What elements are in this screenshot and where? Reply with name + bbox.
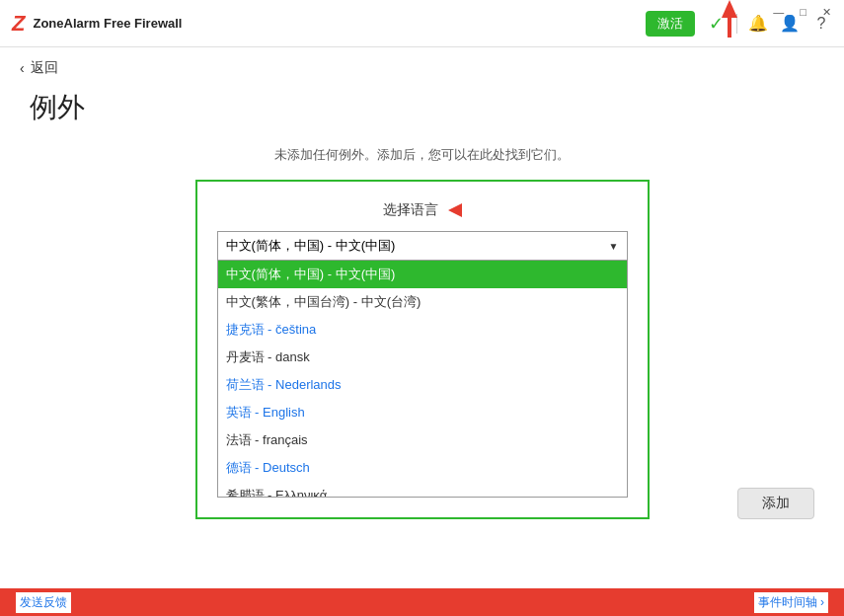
add-button-container: 添加 <box>737 488 814 519</box>
language-option-8[interactable]: 希腊语 - Ελληνικά <box>218 482 627 498</box>
feedback-link[interactable]: 发送反馈 <box>16 592 71 613</box>
title-bar: Z ZoneAlarm Free Firewall 激活 ✓ 🔔 👤 ? — □… <box>0 0 844 47</box>
language-selector-label: 选择语言 <box>217 201 628 219</box>
back-arrow-icon: ‹ <box>20 60 25 76</box>
language-option-0[interactable]: 中文(简体，中国) - 中文(中国) <box>218 261 627 288</box>
dropdown-arrow-icon: ▼ <box>609 241 619 252</box>
arrow-shaft <box>728 18 731 38</box>
label-text: 选择语言 <box>383 201 438 219</box>
timeline-link[interactable]: 事件时间轴 › <box>754 592 828 613</box>
language-option-2[interactable]: 捷克语 - čeština <box>218 316 627 344</box>
main-content: ‹ 返回 例外 未添加任何例外。添加后，您可以在此处找到它们。 选择语言 中文(… <box>0 47 844 588</box>
page-title: 例外 <box>0 89 844 136</box>
activate-button[interactable]: 激活 <box>646 11 695 37</box>
bell-icon[interactable]: 🔔 <box>747 13 769 35</box>
language-option-7[interactable]: 德语 - Deutsch <box>218 454 627 482</box>
bottom-bar: 发送反馈 事件时间轴 › <box>0 588 844 616</box>
minimize-button[interactable]: — <box>768 4 789 21</box>
back-nav[interactable]: ‹ 返回 <box>0 47 844 89</box>
language-option-1[interactable]: 中文(繁体，中国台湾) - 中文(台湾) <box>218 288 627 316</box>
language-dropdown-list[interactable]: 中文(简体，中国) - 中文(中国)中文(繁体，中国台湾) - 中文(台湾)捷克… <box>217 261 628 498</box>
language-option-6[interactable]: 法语 - français <box>218 426 627 454</box>
selected-language-text: 中文(简体，中国) - 中文(中国) <box>226 237 396 255</box>
window-controls: — □ ✕ <box>768 4 836 21</box>
app-name: ZoneAlarm Free Firewall <box>33 16 182 31</box>
language-option-4[interactable]: 荷兰语 - Nederlands <box>218 371 627 399</box>
logo-z-icon: Z <box>12 11 25 37</box>
arrow-annotation <box>722 0 737 38</box>
language-dropdown-header[interactable]: 中文(简体，中国) - 中文(中国) ▼ <box>217 231 628 261</box>
info-text: 未添加任何例外。添加后，您可以在此处找到它们。 <box>0 136 844 180</box>
maximize-button[interactable]: □ <box>795 4 811 21</box>
language-option-5[interactable]: 英语 - English <box>218 399 627 426</box>
arrow-up-icon <box>722 0 737 18</box>
close-button[interactable]: ✕ <box>817 4 836 21</box>
language-option-3[interactable]: 丹麦语 - dansk <box>218 344 627 371</box>
back-label: 返回 <box>31 59 58 77</box>
language-selector-area: 选择语言 中文(简体，中国) - 中文(中国) ▼ 中文(简体，中国) - 中文… <box>195 180 650 519</box>
arrow-left-icon <box>448 203 462 217</box>
app-logo: Z ZoneAlarm Free Firewall <box>12 11 182 37</box>
add-button[interactable]: 添加 <box>737 488 814 519</box>
